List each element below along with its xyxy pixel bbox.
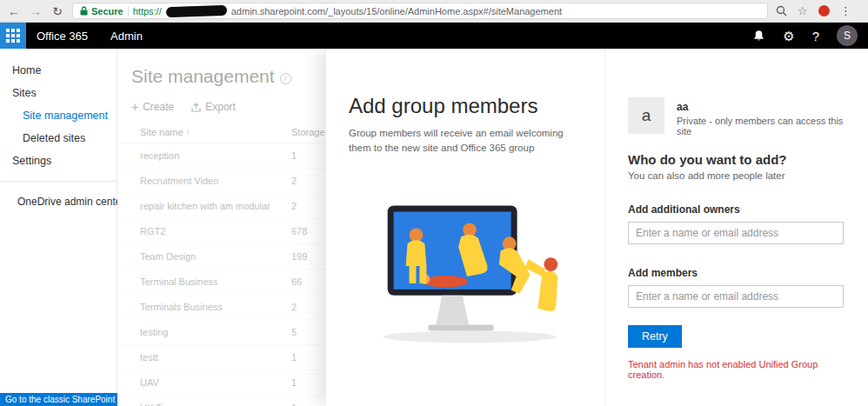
info-icon[interactable]: i bbox=[280, 73, 291, 84]
sidebar-divider bbox=[0, 181, 117, 182]
url-text: admin.sharepoint.com/_layouts/15/online/… bbox=[231, 6, 562, 17]
site-name: testing bbox=[140, 327, 291, 337]
retry-button[interactable]: Retry bbox=[628, 325, 682, 348]
secure-badge[interactable]: Secure bbox=[80, 6, 124, 17]
export-button[interactable]: Export bbox=[191, 101, 236, 113]
table-row[interactable]: reception 1 bbox=[117, 143, 326, 169]
site-name: Terminals Business bbox=[140, 302, 291, 312]
dialog-subtitle: Group members will receive an email welc… bbox=[326, 118, 604, 155]
error-message: Tenant admin has not enabled Unified Gro… bbox=[628, 359, 844, 380]
classic-sharepoint-link[interactable]: Go to the classic SharePoint bbox=[0, 393, 117, 406]
sidebar-item-label: Site management bbox=[23, 110, 108, 122]
table-row[interactable]: repair kitchen with am modular 2 bbox=[117, 194, 326, 219]
sidebar-item-home[interactable]: Home bbox=[0, 59, 117, 82]
privacy-text: Private - only members can access this s… bbox=[677, 116, 844, 136]
app-launcher-icon[interactable] bbox=[0, 23, 26, 49]
o365-header: Office 365 Admin ⚙ ? S bbox=[0, 23, 868, 49]
site-storage: 1 bbox=[291, 352, 297, 363]
sort-asc-icon: ↑ bbox=[186, 128, 190, 137]
site-summary: a aa Private - only members can access t… bbox=[628, 97, 844, 136]
list-toolbar: + Create Export bbox=[117, 87, 326, 113]
site-name: Terminal Business bbox=[140, 276, 291, 287]
back-icon[interactable]: ← bbox=[7, 5, 21, 17]
table-header: Site name↑ Storage used ( bbox=[117, 113, 326, 143]
site-name: UX Team bbox=[140, 403, 291, 406]
owners-label: Add additional owners bbox=[628, 203, 844, 216]
sidebar-item-onedrive-admin[interactable]: OneDrive admin center bbox=[0, 190, 117, 213]
sidebar-item-label: Settings bbox=[12, 155, 51, 167]
sidebar: Home Sites Site management Deleted sites… bbox=[0, 49, 117, 406]
extension-icon[interactable] bbox=[818, 5, 830, 17]
table-row[interactable]: Terminals Business 2 bbox=[117, 295, 326, 320]
bookmark-star-icon[interactable]: ☆ bbox=[798, 4, 808, 17]
table-row[interactable]: testing 5 bbox=[117, 320, 326, 345]
redaction-scribble bbox=[166, 4, 227, 17]
plus-icon: + bbox=[131, 101, 138, 113]
address-bar[interactable]: Secure https:// admin.sharepoint.com/_la… bbox=[72, 3, 768, 19]
bell-icon[interactable] bbox=[752, 30, 765, 43]
site-title: aa bbox=[677, 97, 844, 113]
owners-input[interactable] bbox=[628, 222, 844, 244]
header-actions: ⚙ ? S bbox=[752, 25, 868, 46]
dialog-title: Add group members bbox=[326, 49, 604, 118]
site-list-panel: Site management i + Create Export Site n… bbox=[117, 49, 326, 406]
site-name: reception bbox=[140, 150, 291, 161]
site-name: Recruitment Video bbox=[140, 176, 291, 186]
site-name: testt bbox=[140, 352, 291, 363]
refresh-icon[interactable]: ↻ bbox=[50, 5, 64, 17]
gear-icon[interactable]: ⚙ bbox=[783, 30, 794, 43]
site-avatar: a bbox=[628, 97, 664, 134]
table-row[interactable]: Team Design 199 bbox=[117, 244, 326, 270]
waffle-icon bbox=[6, 29, 20, 43]
help-icon[interactable]: ? bbox=[812, 30, 819, 43]
site-summary-text: aa Private - only members can access thi… bbox=[677, 97, 844, 136]
site-name: repair kitchen with am modular bbox=[140, 201, 291, 211]
table-row[interactable]: RGT2 678 bbox=[117, 219, 326, 244]
add-question-title: Who do you want to add? bbox=[628, 152, 844, 167]
office365-brand[interactable]: Office 365 bbox=[37, 30, 88, 43]
address-divider bbox=[128, 6, 129, 17]
table-row[interactable]: UX Team 1 bbox=[117, 396, 326, 406]
column-storage-used[interactable]: Storage used ( bbox=[291, 127, 326, 137]
table-row[interactable]: Terminal Business 66 bbox=[117, 270, 326, 295]
illustration-container bbox=[326, 198, 604, 351]
site-storage: 2 bbox=[291, 302, 297, 312]
group-members-illustration bbox=[349, 198, 582, 348]
site-storage: 1 bbox=[291, 150, 297, 161]
zoom-icon[interactable] bbox=[776, 5, 787, 17]
table-row[interactable]: testt 1 bbox=[117, 345, 326, 370]
create-button[interactable]: + Create bbox=[131, 101, 174, 113]
forward-icon[interactable]: → bbox=[29, 5, 43, 17]
sidebar-item-sites[interactable]: Sites bbox=[0, 82, 117, 104]
site-storage: 1 bbox=[291, 377, 297, 388]
admin-label: Admin bbox=[110, 30, 143, 43]
add-group-members-dialog: Add group members Group members will rec… bbox=[326, 49, 604, 406]
members-input[interactable] bbox=[628, 285, 844, 308]
column-site-name[interactable]: Site name↑ bbox=[140, 127, 291, 137]
classic-link-label: Go to the classic SharePoint bbox=[5, 395, 115, 404]
site-storage: 199 bbox=[291, 251, 307, 262]
sidebar-item-deleted-sites[interactable]: Deleted sites bbox=[0, 127, 117, 150]
site-storage: 678 bbox=[291, 226, 307, 236]
site-storage: 2 bbox=[291, 176, 297, 186]
export-label: Export bbox=[205, 101, 236, 113]
site-name: RGT2 bbox=[140, 226, 291, 236]
site-storage: 5 bbox=[291, 327, 297, 337]
sidebar-item-label: OneDrive admin center bbox=[17, 196, 124, 208]
secure-label: Secure bbox=[91, 6, 124, 17]
create-label: Create bbox=[143, 101, 174, 113]
sidebar-item-label: Deleted sites bbox=[23, 132, 85, 144]
site-storage: 1 bbox=[291, 403, 297, 406]
site-name: UAV bbox=[140, 377, 291, 388]
browser-chrome: ← → ↻ Secure https:// admin.sharepoint.c… bbox=[0, 0, 868, 23]
browser-menu-icon[interactable]: ⋮ bbox=[840, 4, 851, 17]
padlock-icon bbox=[80, 6, 88, 16]
sidebar-item-settings[interactable]: Settings bbox=[0, 150, 117, 172]
page-title: Site management bbox=[131, 66, 275, 87]
table-row[interactable]: UAV 1 bbox=[117, 370, 326, 396]
sidebar-item-site-management[interactable]: Site management bbox=[0, 104, 117, 127]
sidebar-item-label: Sites bbox=[12, 87, 37, 99]
account-avatar[interactable]: S bbox=[837, 25, 858, 46]
table-row[interactable]: Recruitment Video 2 bbox=[117, 169, 326, 194]
browser-actions: ☆ ⋮ bbox=[776, 4, 851, 17]
